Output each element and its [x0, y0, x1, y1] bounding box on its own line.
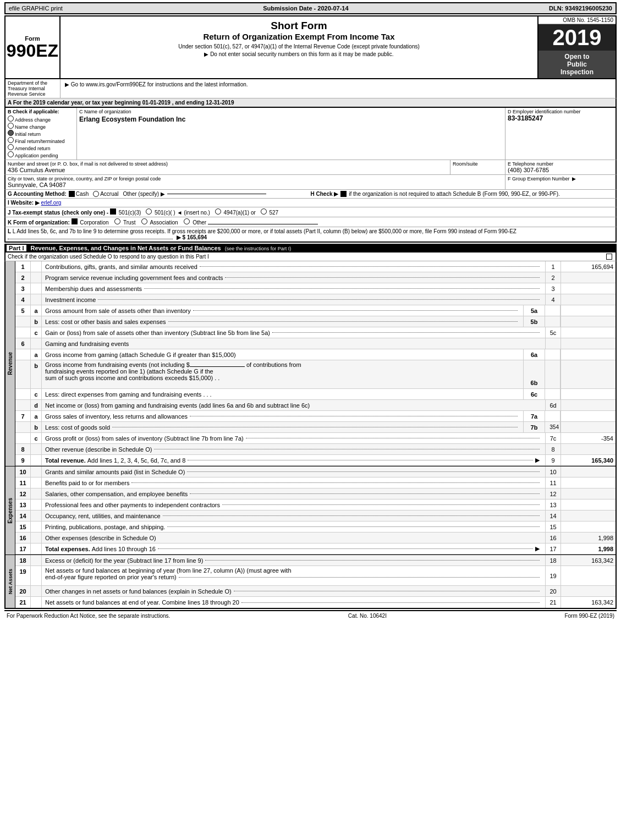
rr7b-desc: Less: cost of goods sold	[42, 422, 523, 432]
rr7-num: 7	[15, 411, 31, 421]
open-to-public: Open to Public Inspection	[538, 51, 615, 78]
section-d: D Employer identification number 83-3185…	[505, 108, 615, 160]
room-label: Room/suite	[453, 161, 503, 167]
footer-left: For Paperwork Reduction Act Notice, see …	[7, 613, 170, 619]
cash-checkbox[interactable]	[69, 191, 75, 197]
rr4-linenum: 4	[545, 294, 560, 305]
schedule-o-check-text: Check if the organization used Schedule …	[8, 254, 604, 260]
city-section: City or town, state or province, country…	[6, 175, 505, 189]
l-label: L	[8, 228, 13, 234]
revenue-row-6a: a Gross income from gaming (attach Sched…	[15, 349, 615, 360]
website-url[interactable]: erlef.org	[41, 200, 62, 206]
revenue-row-5a: 5 a Gross amount from sale of assets oth…	[15, 305, 615, 316]
city-label: City or town, state or province, country…	[8, 176, 503, 182]
rr9-amount: 165,340	[560, 455, 615, 465]
revenue-row-5c: c Gain or (loss) from sale of assets oth…	[15, 327, 615, 338]
website-row: I Website: ▶ erlef.org	[4, 199, 617, 207]
rr7a-sub: a	[31, 411, 42, 421]
527-radio[interactable]	[261, 208, 267, 215]
h-text: if the organization is not required to a…	[349, 191, 560, 197]
expenses-section: Expenses 10 Grants and similar amounts p…	[4, 466, 617, 554]
section-a: A For the 2019 calendar year, or tax yea…	[4, 98, 617, 108]
initial-return-radio[interactable]	[8, 130, 14, 136]
app-pending-radio[interactable]	[8, 151, 14, 157]
rr8-num: 8	[15, 444, 31, 454]
revenue-side-label: Revenue	[6, 261, 15, 466]
exp-row-13: 13 Professional fees and other payments …	[15, 499, 615, 510]
na-row-20: 20 Other changes in net assets or fund b…	[15, 586, 615, 597]
revenue-row-7a: 7 a Gross sales of inventory, less retur…	[15, 411, 615, 422]
rr5c-desc: Gain or (loss) from sale of assets other…	[42, 327, 545, 338]
corp-label: Corporation	[80, 219, 108, 226]
page: efile GRAPHIC print Submission Date - 20…	[0, 0, 621, 623]
4947-radio[interactable]	[215, 208, 221, 215]
dept-name: Department of the Treasury Internal Reve…	[6, 79, 61, 98]
other-label: Other (specify) ▶	[123, 191, 165, 197]
form-number-box: Form 990EZ	[6, 17, 61, 78]
rr3-desc: Membership dues and assessments	[42, 283, 545, 294]
revenue-row-6b: b Gross income from fundraising events (…	[15, 360, 615, 389]
revenue-row-7c: c Gross profit or (loss) from sales of i…	[15, 433, 615, 444]
final-return-radio[interactable]	[8, 137, 14, 143]
rr5c-amount	[560, 327, 615, 338]
schedule-o-checkbox[interactable]	[606, 254, 612, 260]
revenue-row-1: 1 Contributions, gifts, grants, and simi…	[15, 261, 615, 272]
assoc-radio[interactable]	[141, 218, 147, 224]
accrual-label: Accrual	[100, 191, 118, 197]
rr7a-col: 7a	[523, 411, 545, 421]
exp-row-10: 10 Grants and similar amounts paid (list…	[15, 466, 615, 477]
trust-label: Trust	[123, 219, 135, 226]
address-row: Number and street (or P. O. box, if mail…	[4, 160, 617, 175]
rr6-desc: Gaming and fundraising events	[42, 338, 545, 349]
rr7b-col: 7b	[523, 422, 545, 432]
street-value: 436 Cumulus Avenue	[8, 167, 448, 173]
rr4-desc: Investment income	[42, 294, 545, 305]
revenue-row-8: 8 Other revenue (describe in Schedule O)…	[15, 444, 615, 455]
revenue-row-6d: d Net income or (loss) from gaming and f…	[15, 400, 615, 411]
assoc-label: Association	[150, 219, 178, 226]
year-box-container: OMB No. 1545-1150 2019 Open to Public In…	[538, 17, 615, 78]
na-row-19: 19 Net assets or fund balances at beginn…	[15, 566, 615, 586]
org-name: Erlang Ecosystem Foundation Inc	[79, 116, 503, 123]
501c3-label: 501(c)(3)	[119, 210, 141, 216]
website-label: I Website: ▶	[8, 200, 40, 206]
accrual-radio[interactable]	[93, 191, 99, 197]
rr1-desc: Contributions, gifts, grants, and simila…	[42, 261, 545, 272]
rr4-sub	[31, 294, 42, 305]
expenses-rows: 10 Grants and similar amounts paid (list…	[15, 466, 615, 554]
rr2-amount	[560, 272, 615, 283]
rr5b-sub: b	[31, 316, 42, 327]
h-checkbox[interactable]	[340, 191, 347, 197]
other-value	[167, 194, 266, 194]
corp-checkbox[interactable]	[72, 218, 78, 224]
other-radio[interactable]	[184, 218, 190, 224]
rr6d-sub: d	[31, 400, 42, 410]
part-i-check-row: Check if the organization used Schedule …	[4, 252, 617, 261]
bcd-section: B Check if applicable: Address change Na…	[4, 108, 617, 160]
phone-value: (408) 307-6785	[508, 167, 613, 173]
g-label: G Accounting Method:	[8, 191, 67, 197]
exp-row-16: 16 Other expenses (describe in Schedule …	[15, 532, 615, 543]
amended-return-radio[interactable]	[8, 144, 14, 150]
501c-radio[interactable]	[146, 208, 152, 215]
rr5a-sub: a	[31, 305, 42, 316]
na-row-21: 21 Net assets or fund balances at end of…	[15, 597, 615, 608]
phone-section: E Telephone number (408) 307-6785	[505, 160, 615, 174]
name-change-radio[interactable]	[8, 123, 14, 129]
d-label: D Employer identification number	[508, 109, 613, 114]
top-bar: efile GRAPHIC print Submission Date - 20…	[4, 2, 617, 14]
501c3-checkbox[interactable]	[110, 208, 116, 215]
final-return-row: Final return/terminated	[8, 137, 74, 144]
rr9-linenum: 9	[545, 455, 560, 465]
rr6c-sub: c	[31, 389, 42, 399]
trust-radio[interactable]	[114, 218, 120, 224]
l-text: L Add lines 5b, 6c, and 7b to line 9 to …	[13, 228, 516, 234]
accounting-row: G Accounting Method: Cash Accrual Other …	[4, 190, 617, 199]
rr3-amount	[560, 283, 615, 294]
city-row: City or town, state or province, country…	[4, 175, 617, 190]
address-change-radio[interactable]	[8, 116, 14, 122]
rr1-amount: 165,694	[560, 261, 615, 272]
rr3-num: 3	[15, 283, 31, 294]
revenue-row-4: 4 Investment income 4	[15, 294, 615, 305]
revenue-row-9: 9 Total revenue.Add lines 1, 2, 3, 4, 5c…	[15, 455, 615, 466]
